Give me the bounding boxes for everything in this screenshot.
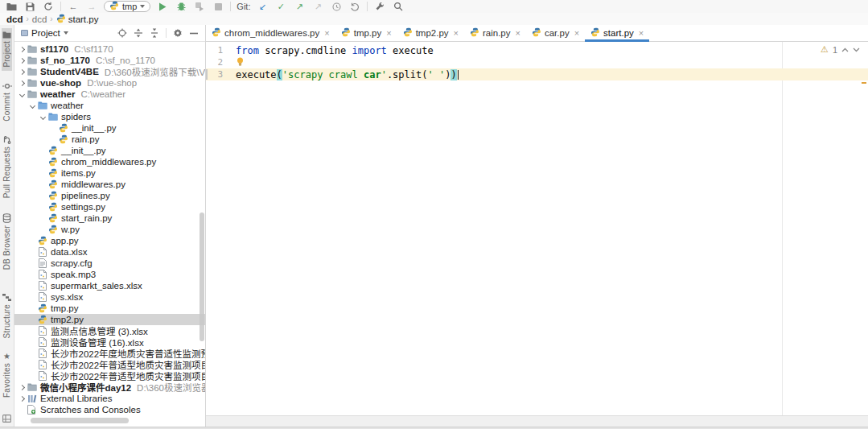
breadcrumb-item[interactable]: dcd	[32, 14, 47, 24]
code-line[interactable]: 2	[206, 56, 868, 68]
locate-file-icon[interactable]	[116, 27, 129, 39]
tree-row[interactable]: spiders	[14, 111, 205, 122]
tree-chevron-icon[interactable]	[18, 79, 27, 88]
tree-row[interactable]: weatherC:\weather	[14, 89, 205, 100]
editor-tab[interactable]: tmp.py×	[335, 24, 397, 41]
editor-tab[interactable]: chrom_middlewares.py×	[206, 24, 335, 41]
stop-icon[interactable]	[212, 1, 224, 12]
run-icon[interactable]	[156, 1, 169, 12]
tree-row[interactable]: sys.xlsx	[14, 291, 205, 303]
close-icon[interactable]: ×	[454, 28, 459, 38]
hide-panel-icon[interactable]	[187, 27, 200, 39]
tree-chevron-icon[interactable]	[39, 113, 47, 122]
git-cherry-pick-icon[interactable]: ↗	[311, 1, 324, 12]
project-panel-title[interactable]: Project	[31, 28, 60, 38]
tree-row[interactable]: items.py	[14, 167, 205, 179]
tree-chevron-icon[interactable]	[18, 68, 27, 76]
scrollbar-thumb[interactable]	[31, 418, 129, 423]
tree-row[interactable]: rain.py	[14, 134, 205, 145]
editor-tab[interactable]: car.py×	[526, 24, 585, 41]
tree-row[interactable]: 长沙市2022年普适型地质灾害监测项目-设备在线情况	[14, 359, 205, 370]
close-icon[interactable]: ×	[516, 28, 520, 38]
next-warning-icon[interactable]	[853, 47, 860, 52]
code-line[interactable]: 1from scrapy.cmdline import execute	[206, 44, 868, 56]
intention-bulb-icon[interactable]	[237, 57, 244, 69]
toolwindow-pull-requests[interactable]: Pull Requests	[2, 132, 12, 201]
debug-icon[interactable]	[175, 1, 187, 12]
toolwindow-commit[interactable]: Commit	[2, 79, 13, 125]
back-icon[interactable]: ←	[67, 1, 80, 12]
git-commit-check-icon[interactable]: ✓	[274, 1, 287, 12]
tree-row[interactable]: weather	[14, 100, 205, 111]
tree-row[interactable]: External Libraries	[14, 393, 205, 404]
tree-row[interactable]: scrapy.cfg	[14, 258, 205, 269]
run-config-select[interactable]: tmp	[104, 1, 150, 12]
error-stripe-warning-mark[interactable]	[862, 82, 866, 84]
breadcrumb-item[interactable]: dcd	[6, 14, 23, 24]
toolwindow-structure[interactable]: Structure	[2, 290, 12, 341]
breadcrumb-item[interactable]: start.py	[56, 14, 99, 25]
tree-row[interactable]: tmp.py	[14, 303, 205, 314]
open-icon[interactable]	[5, 1, 18, 12]
close-icon[interactable]: ×	[386, 28, 391, 38]
project-vertical-scrollbar[interactable]	[200, 212, 204, 341]
toolwindow-project[interactable]: Project	[2, 28, 12, 71]
tree-row[interactable]: 监测点信息管理 (3).xlsx	[14, 325, 205, 336]
tree-row[interactable]: StudentV4BED:\360极速浏览器下载\Vue、Django前	[14, 66, 205, 77]
tree-row[interactable]: Scratches and Consoles	[14, 404, 205, 415]
collapse-all-icon[interactable]	[148, 27, 161, 39]
editor-tab[interactable]: rain.py×	[464, 24, 526, 41]
tree-chevron-icon[interactable]	[18, 90, 27, 99]
tree-row[interactable]: tmp2.py	[14, 314, 205, 325]
tree-chevron-icon[interactable]	[28, 101, 37, 110]
code-editor[interactable]: 1from scrapy.cmdline import execute23exe…	[206, 42, 868, 415]
close-icon[interactable]: ×	[574, 28, 579, 38]
tree-chevron-icon[interactable]	[18, 394, 27, 403]
close-icon[interactable]: ×	[324, 28, 329, 38]
git-rollback-icon[interactable]	[348, 1, 361, 12]
editor-tab[interactable]: tmp2.py×	[397, 24, 464, 41]
tree-row[interactable]: vue-shopD:\vue-shop	[14, 77, 205, 89]
tree-row[interactable]: settings.py	[14, 201, 205, 212]
git-history-icon[interactable]	[330, 1, 343, 12]
tree-row[interactable]: speak.mp3	[14, 269, 205, 280]
tree-row[interactable]: __init__.py	[14, 122, 205, 134]
git-push-icon[interactable]: ↗	[293, 1, 306, 12]
close-icon[interactable]: ×	[639, 28, 644, 38]
tree-row[interactable]: 微信小程序课件day12D:\360极速浏览器下载\Python+	[14, 382, 205, 393]
editor-tab[interactable]: start.py×	[585, 24, 649, 41]
git-update-icon[interactable]: ↙	[256, 1, 269, 12]
tree-row[interactable]: start_rain.py	[14, 212, 205, 224]
toolwindow-db-browser[interactable]: DB Browser	[2, 210, 12, 273]
tree-row[interactable]: 监测设备管理 (16).xlsx	[14, 336, 205, 348]
prev-warning-icon[interactable]	[841, 47, 849, 52]
toolwindow-switcher-icon[interactable]	[2, 414, 11, 425]
project-horizontal-scrollbar[interactable]	[14, 415, 205, 427]
tree-row[interactable]: app.py	[14, 235, 205, 246]
coverage-icon[interactable]	[193, 1, 206, 12]
gear-icon[interactable]	[171, 27, 184, 39]
code-line[interactable]: 3execute('scrapy crawl car'.split(' '))	[206, 68, 868, 80]
tree-row[interactable]: w.py	[14, 224, 205, 235]
chevron-down-icon[interactable]	[64, 31, 68, 35]
tree-chevron-icon[interactable]	[18, 45, 27, 54]
tree-row[interactable]: supermarkt_sales.xlsx	[14, 280, 205, 291]
tree-row[interactable]: middlewares.py	[14, 179, 205, 190]
tree-row[interactable]: pipelines.py	[14, 190, 205, 201]
expand-selection-icon[interactable]	[132, 27, 145, 39]
tree-row[interactable]: chrom_middlewares.py	[14, 156, 205, 167]
tree-row[interactable]: __init__.py	[14, 145, 205, 156]
tree-row[interactable]: data.xlsx	[14, 246, 205, 258]
tree-row[interactable]: 长沙市2022年普适型地质灾害监测项目-设备在线情况	[14, 370, 205, 382]
tree-chevron-icon[interactable]	[18, 383, 27, 392]
save-icon[interactable]	[23, 1, 36, 12]
sync-icon[interactable]	[42, 1, 55, 12]
toolwindow-favorites[interactable]: ★ Favorites	[2, 349, 12, 401]
search-icon[interactable]	[392, 1, 405, 12]
tree-row[interactable]: sf1170C:\sf1170	[14, 43, 205, 55]
forward-icon[interactable]: →	[85, 1, 98, 12]
wrench-icon[interactable]	[373, 1, 386, 12]
tree-row[interactable]: 长沙市2022年度地质灾害普适性监测预警点建设项目	[14, 348, 205, 359]
tree-row[interactable]: sf_no_1170C:\sf_no_1170	[14, 55, 205, 66]
tree-chevron-icon[interactable]	[18, 56, 27, 65]
